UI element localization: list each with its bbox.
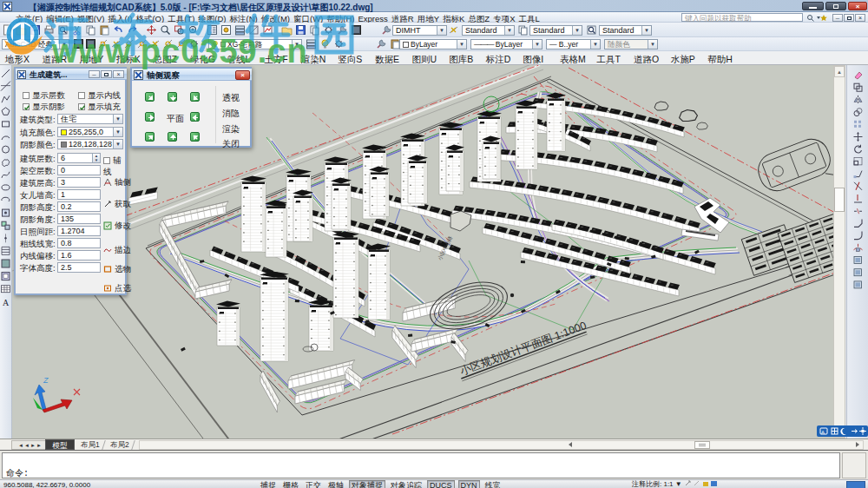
svg-text:A: A (3, 298, 10, 307)
svg-text:A: A (821, 430, 825, 435)
svg-text:Z: Z (43, 376, 49, 385)
